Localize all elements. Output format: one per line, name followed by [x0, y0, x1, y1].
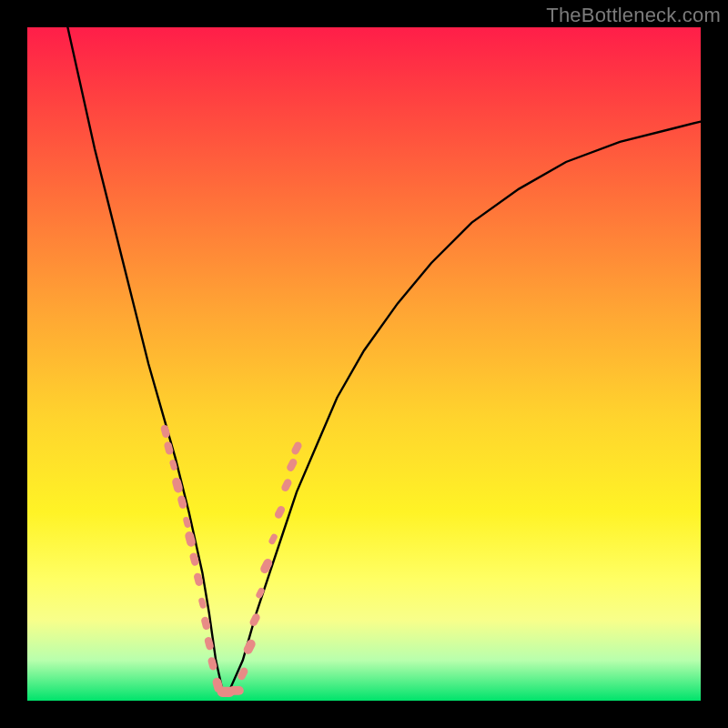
marker-dot: [273, 504, 286, 520]
marker-dot: [248, 612, 261, 628]
marker-dot: [163, 440, 174, 455]
marker-dot: [290, 440, 303, 456]
marker-dot: [280, 478, 293, 493]
marker-dot: [268, 532, 278, 545]
marker-dot: [171, 477, 184, 494]
watermark-text: TheBottleneck.com: [546, 4, 721, 27]
bottleneck-curve-line: [67, 27, 701, 691]
marker-dot: [286, 458, 298, 473]
bottleneck-chart-svg: [27, 27, 701, 701]
bottleneck-markers: [160, 424, 303, 697]
marker-dot: [197, 597, 207, 609]
marker-dot: [228, 686, 244, 695]
